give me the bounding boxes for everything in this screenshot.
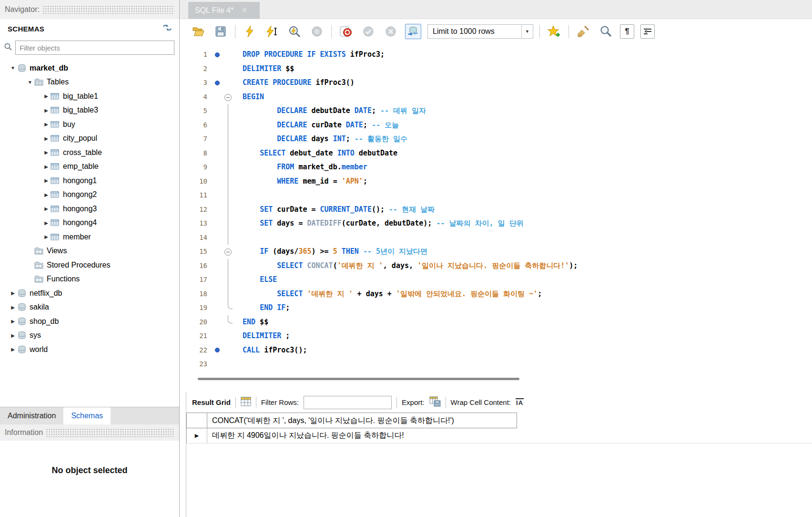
- chevron-right-icon[interactable]: ▶: [9, 305, 17, 310]
- line-number: 15: [180, 245, 212, 259]
- toggle-word-wrap-icon[interactable]: [640, 24, 655, 39]
- save-icon[interactable]: [213, 24, 229, 39]
- code-line-10[interactable]: 10 WHERE mem_id = 'APN';: [180, 175, 812, 189]
- chevron-right-icon[interactable]: ▶: [9, 333, 17, 338]
- chevron-right-icon[interactable]: ▶: [42, 136, 51, 141]
- tree-item-hongong3[interactable]: ▶hongong3: [0, 202, 179, 216]
- code-line-22[interactable]: 22CALL ifProc3();: [180, 343, 812, 358]
- tree-item-functions[interactable]: Functions: [0, 272, 179, 287]
- tree-item-city-popul[interactable]: ▶city_popul: [0, 132, 179, 146]
- tree-item-label: big_table3: [63, 106, 98, 114]
- tree-item-netflix-db[interactable]: ▶netflix_db: [0, 286, 179, 300]
- code-line-8[interactable]: 8 SELECT debut_date INTO debutDate: [180, 146, 812, 161]
- editor-result-splitter[interactable]: [198, 378, 519, 380]
- limit-rows-dropdown[interactable]: Limit to 1000 rows ▼: [427, 24, 533, 39]
- line-number: 17: [180, 273, 212, 287]
- tree-item-world[interactable]: ▶world: [0, 342, 179, 357]
- tree-item-stored-procedures[interactable]: Stored Procedures: [0, 258, 179, 272]
- code-line-15[interactable]: 15 IF (days/365) >= 5 THEN -- 5년이 지났다면: [180, 245, 812, 259]
- sql-code-editor[interactable]: 1DROP PROCEDURE IF EXISTS ifProc3;2DELIM…: [180, 44, 812, 372]
- toggle-invisible-characters-icon[interactable]: ¶: [620, 24, 634, 39]
- fold-toggle-icon[interactable]: [223, 245, 234, 259]
- code-line-1[interactable]: 1DROP PROCEDURE IF EXISTS ifProc3;: [180, 48, 812, 62]
- execute-current-statement-icon[interactable]: [264, 24, 280, 39]
- save-snippet-icon[interactable]: [546, 24, 562, 39]
- marker-spacer: [212, 273, 223, 287]
- toggle-autocommit-icon[interactable]: [405, 24, 421, 39]
- open-file-icon[interactable]: [190, 24, 206, 39]
- chevron-down-icon[interactable]: ▼: [9, 65, 17, 71]
- chevron-right-icon[interactable]: ▶: [42, 122, 51, 127]
- chevron-right-icon[interactable]: ▶: [9, 290, 17, 296]
- filter-objects-input[interactable]: [15, 41, 174, 55]
- code-line-20[interactable]: 20END $$: [180, 315, 812, 330]
- table-icon: [51, 219, 63, 227]
- code-line-23[interactable]: 23: [180, 357, 812, 372]
- chevron-right-icon[interactable]: ▶: [42, 164, 51, 169]
- row-selector-arrow-icon[interactable]: ▶: [186, 428, 207, 443]
- tree-item-hongong4[interactable]: ▶hongong4: [0, 216, 179, 230]
- beautify-icon[interactable]: [575, 24, 591, 39]
- result-cell-value[interactable]: 데뷔한 지 4906일이나 지났습니다. 핑순이들 축하합니다!: [207, 428, 404, 443]
- chevron-right-icon[interactable]: ▶: [42, 192, 51, 197]
- tab-schemas[interactable]: Schemas: [63, 407, 111, 424]
- close-tab-icon[interactable]: ✕: [241, 7, 247, 14]
- result-column-header[interactable]: CONCAT('데뷔한 지 ', days, '일이나 지났습니다. 핑순이들 …: [207, 413, 517, 429]
- chevron-right-icon[interactable]: ▶: [42, 178, 51, 183]
- filter-rows-input[interactable]: [304, 396, 392, 409]
- chevron-right-icon[interactable]: ▶: [42, 220, 51, 226]
- code-line-14[interactable]: 14: [180, 231, 812, 245]
- tree-item-big-table1[interactable]: ▶big_table1: [0, 89, 179, 103]
- chevron-right-icon[interactable]: ▶: [42, 234, 51, 239]
- execute-script-icon[interactable]: [242, 24, 258, 39]
- tree-item-market-db[interactable]: ▼market_db: [0, 61, 179, 75]
- fold-toggle-icon[interactable]: [223, 90, 234, 104]
- tree-item-views[interactable]: Views: [0, 244, 179, 258]
- chevron-right-icon[interactable]: ▶: [9, 347, 17, 352]
- code-line-9[interactable]: 9 FROM market_db.member: [180, 160, 812, 175]
- tree-item-hongong1[interactable]: ▶hongong1: [0, 174, 179, 188]
- no-object-selected-text: No object selected: [0, 465, 179, 476]
- tree-item-member[interactable]: ▶member: [0, 230, 179, 244]
- tree-item-sys[interactable]: ▶sys: [0, 329, 179, 343]
- code-line-13[interactable]: 13 SET days = DATEDIFF(curDate, debutDat…: [180, 217, 812, 231]
- tree-item-big-table3[interactable]: ▶big_table3: [0, 103, 179, 118]
- code-line-5[interactable]: 5 DECLARE debutDate DATE; -- 데뷔 일자: [180, 104, 812, 118]
- tree-item-sakila[interactable]: ▶sakila: [0, 300, 179, 315]
- code-line-11[interactable]: 11: [180, 188, 812, 203]
- code-line-2[interactable]: 2DELIMITER $$: [180, 62, 812, 76]
- tree-item-emp-table[interactable]: ▶emp_table: [0, 160, 179, 174]
- grid-view-icon[interactable]: [241, 397, 251, 408]
- tree-item-shop-db[interactable]: ▶shop_db: [0, 314, 179, 329]
- tab-administration[interactable]: Administration: [0, 407, 63, 424]
- code-line-21[interactable]: 21DELIMITER ;: [180, 329, 812, 343]
- tab-sql-file[interactable]: SQL File 4* ✕: [188, 2, 260, 19]
- code-line-17[interactable]: 17 ELSE: [180, 273, 812, 287]
- chevron-right-icon[interactable]: ▶: [9, 319, 17, 324]
- tree-item-cross-table[interactable]: ▶cross_table: [0, 145, 179, 160]
- chevron-right-icon[interactable]: ▶: [42, 93, 51, 99]
- toggle-stop-on-error-icon[interactable]: [338, 24, 354, 39]
- export-icon[interactable]: [429, 396, 441, 408]
- tree-item-hongong2[interactable]: ▶hongong2: [0, 188, 179, 202]
- find-icon[interactable]: [598, 24, 614, 39]
- wrap-cell-content-icon[interactable]: IA: [516, 398, 524, 406]
- code-line-7[interactable]: 7 DECLARE days INT; -- 활동한 일수: [180, 132, 812, 146]
- code-line-4[interactable]: 4BEGIN: [180, 90, 812, 104]
- code-line-3[interactable]: 3CREATE PROCEDURE ifProc3(): [180, 76, 812, 90]
- schema-icon: [17, 289, 30, 298]
- explain-plan-icon[interactable]: [286, 24, 303, 39]
- chevron-right-icon[interactable]: ▶: [42, 206, 51, 211]
- result-grid-data-row[interactable]: ▶ 데뷔한 지 4906일이나 지났습니다. 핑순이들 축하합니다!: [186, 428, 812, 444]
- tree-item-buy[interactable]: ▶buy: [0, 117, 179, 132]
- code-line-18[interactable]: 18 SELECT '데뷔한 지 ' + days + '일밖에 안되었네요. …: [180, 287, 812, 301]
- code-line-19[interactable]: 19 END IF;: [180, 301, 812, 315]
- code-line-12[interactable]: 12 SET curDate = CURRENT_DATE(); -- 현재 날…: [180, 203, 812, 217]
- chevron-right-icon[interactable]: ▶: [42, 150, 51, 155]
- code-line-6[interactable]: 6 DECLARE curDate DATE; -- 오늘: [180, 118, 812, 133]
- tree-item-tables[interactable]: ▼Tables: [0, 75, 179, 90]
- chevron-down-icon[interactable]: ▼: [26, 80, 34, 85]
- chevron-right-icon[interactable]: ▶: [42, 108, 51, 113]
- refresh-schemas-icon[interactable]: [162, 24, 173, 33]
- code-line-16[interactable]: 16 SELECT CONCAT('데뷔한 지 ', days, '일이나 지났…: [180, 259, 812, 273]
